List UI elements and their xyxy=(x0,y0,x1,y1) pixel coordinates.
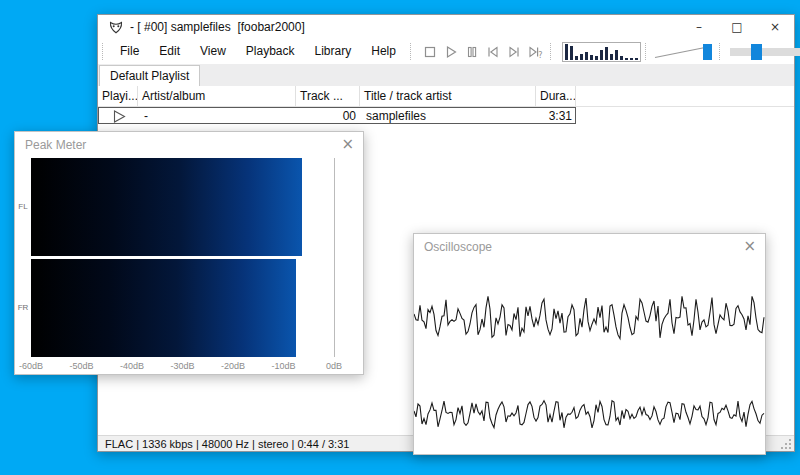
seek-handle[interactable] xyxy=(751,44,762,60)
play-random-button[interactable]: ? xyxy=(525,42,546,61)
play-icon xyxy=(443,44,459,60)
menu-item-file[interactable]: File xyxy=(110,39,149,64)
maximize-button[interactable]: □ xyxy=(718,15,756,39)
close-button[interactable]: × xyxy=(756,15,794,39)
svg-text:?: ? xyxy=(539,50,543,59)
cell-track: 00 xyxy=(297,109,361,123)
menu-item-edit[interactable]: Edit xyxy=(149,39,190,64)
next-button[interactable] xyxy=(504,42,525,61)
oscilloscope-window: Oscilloscope × xyxy=(413,233,766,455)
play-random-icon: ? xyxy=(527,44,543,60)
stop-button[interactable] xyxy=(420,42,441,61)
playlist-header: Playi...Artist/albumTrack ...Title / tra… xyxy=(98,86,794,107)
spectrum-bar xyxy=(635,58,638,60)
tab-default-playlist[interactable]: Default Playlist xyxy=(99,65,200,86)
db-scale-label: -30dB xyxy=(170,361,194,371)
db-scale-label: 0dB xyxy=(326,361,342,371)
peak-bar-fl xyxy=(31,158,302,256)
foobar2000-icon xyxy=(109,21,123,34)
minimize-button[interactable]: – xyxy=(680,15,718,39)
previous-icon xyxy=(485,44,501,60)
menu-bar: FileEditViewPlaybackLibraryHelp xyxy=(110,39,406,64)
toolbar-separator xyxy=(645,43,650,60)
db-scale-label: -20dB xyxy=(221,361,245,371)
cell-duration: 3:31 xyxy=(537,109,577,123)
spectrum-bar xyxy=(580,54,583,60)
pause-icon xyxy=(464,44,480,60)
spectrum-bar xyxy=(610,54,613,60)
spectrum-bar xyxy=(595,56,598,60)
oscilloscope-waveforms xyxy=(414,234,765,454)
status-text: FLAC | 1336 kbps | 48000 Hz | stereo | 0… xyxy=(105,438,349,450)
toolbar-separator xyxy=(719,43,724,60)
pause-button[interactable] xyxy=(462,42,483,61)
title-bar[interactable]: - [ #00] samplefiles [foobar2000] – □ × xyxy=(98,15,794,39)
stop-icon xyxy=(422,44,438,60)
column-header-title[interactable]: Title / track artist xyxy=(360,86,536,106)
desktop: - [ #00] samplefiles [foobar2000] – □ × … xyxy=(0,0,800,475)
seek-slider[interactable] xyxy=(730,42,800,62)
peak-meter-title: Peak Meter xyxy=(25,138,86,152)
volume-handle[interactable] xyxy=(703,44,712,60)
column-header-artist-album[interactable]: Artist/album xyxy=(138,86,296,106)
peak-meter-close-icon[interactable]: × xyxy=(341,135,354,153)
column-header-track[interactable]: Track ... xyxy=(296,86,360,106)
spectrum-bar xyxy=(570,46,573,60)
transport-controls: ? xyxy=(420,42,546,61)
spectrum-bar xyxy=(630,58,633,60)
spectrum-bar xyxy=(575,56,578,60)
menu-item-library[interactable]: Library xyxy=(305,39,362,64)
peak-bar-fr xyxy=(31,259,296,357)
table-row[interactable]: -00samplefiles3:31 xyxy=(98,107,576,124)
cell-title: samplefiles xyxy=(361,109,537,123)
spectrum-bar xyxy=(620,56,623,60)
menu-item-help[interactable]: Help xyxy=(361,39,406,64)
spectrum-bar xyxy=(605,47,608,60)
peak-meter-window: Peak Meter × FLFR-60dB-50dB-40dB-30dB-20… xyxy=(14,131,364,375)
waveform-right xyxy=(414,401,764,428)
resize-grip-icon[interactable] xyxy=(779,437,792,450)
seek-track[interactable] xyxy=(730,48,800,56)
db-scale-label: -10dB xyxy=(271,361,295,371)
channel-label-fl: FL xyxy=(16,202,30,211)
column-header-playing[interactable]: Playi... xyxy=(98,86,138,106)
db-scale-label: -40dB xyxy=(120,361,144,371)
spectrum-bar xyxy=(565,44,568,60)
menu-item-view[interactable]: View xyxy=(190,39,236,64)
column-header-duration[interactable]: Dura... xyxy=(536,86,576,106)
spectrum-bar xyxy=(585,52,588,60)
spectrum-bar xyxy=(590,55,593,60)
spectrum-bar xyxy=(615,50,618,60)
db-scale-label: -60dB xyxy=(19,361,43,371)
toolbar: FileEditViewPlaybackLibraryHelp xyxy=(98,39,794,64)
playlist-tab-strip: Default Playlist xyxy=(98,64,794,86)
zero-db-line xyxy=(334,158,335,357)
window-controls: – □ × xyxy=(680,15,794,39)
next-icon xyxy=(506,44,522,60)
cell-playing xyxy=(99,108,139,122)
channel-label-fr: FR xyxy=(16,303,30,312)
toolbar-separator xyxy=(410,43,415,60)
window-title: - [ #00] samplefiles [foobar2000] xyxy=(130,20,680,34)
playing-indicator-icon xyxy=(112,110,127,123)
db-scale-label: -50dB xyxy=(69,361,93,371)
spectrum-bar xyxy=(600,50,603,60)
play-button[interactable] xyxy=(441,42,462,61)
waveform-left xyxy=(414,296,764,338)
menu-item-playback[interactable]: Playback xyxy=(236,39,305,64)
spectrum-visualizer[interactable] xyxy=(562,42,641,62)
previous-button[interactable] xyxy=(483,42,504,61)
cell-artist-album: - xyxy=(139,109,297,123)
toolbar-grip[interactable] xyxy=(102,43,107,60)
spectrum-bar xyxy=(625,58,628,60)
toolbar-separator xyxy=(550,43,555,60)
volume-slider[interactable] xyxy=(653,42,715,62)
